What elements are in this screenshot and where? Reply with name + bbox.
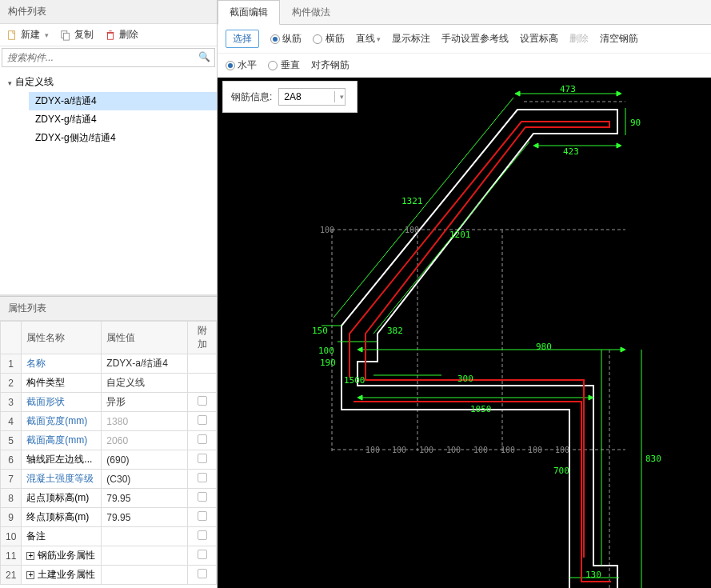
col-name: 属性名称 [22, 322, 102, 354]
delete-label: 删除 [119, 28, 138, 42]
rebar-info-label: 钢筋信息: [231, 90, 272, 104]
dim-label: 1321 [401, 196, 423, 206]
svg-rect-0 [9, 30, 15, 39]
panel-title-components: 构件列表 [0, 0, 217, 24]
dim-label: 130 [585, 570, 601, 580]
copy-button[interactable]: 复制 [60, 28, 94, 42]
tab-section-edit[interactable]: 截面编辑 [218, 0, 280, 25]
tree-root[interactable]: 自定义线 [0, 72, 217, 92]
check-icon[interactable] [198, 434, 207, 444]
check-icon[interactable] [198, 454, 207, 463]
dim-label: 473 [560, 84, 576, 94]
property-row[interactable]: 6轴线距左边线...(690) [1, 450, 217, 470]
grid-label: 100 [392, 446, 406, 454]
dim-label: 300 [457, 374, 473, 384]
grid-label: 100 [555, 446, 569, 454]
property-row[interactable]: 21+土建业务属性 [1, 566, 217, 585]
check-icon[interactable] [198, 550, 207, 559]
property-row[interactable]: 4截面宽度(mm)1380 [1, 412, 217, 431]
copy-icon [60, 30, 71, 41]
tree-item[interactable]: ZDYX-g/结通4 [29, 110, 217, 129]
check-icon[interactable] [198, 511, 207, 521]
delete-rebar-button: 删除 [569, 32, 589, 46]
copy-label: 复制 [74, 28, 94, 42]
dim-label: 190 [320, 358, 336, 368]
check-icon[interactable] [198, 530, 207, 540]
dim-label: 1500 [344, 375, 365, 386]
dim-label: 1050 [470, 404, 492, 414]
dim-label: 90 [630, 118, 641, 128]
cad-drawing [218, 78, 711, 588]
grid-label: 100 [405, 226, 419, 234]
check-icon[interactable] [198, 415, 207, 425]
dim-label: 382 [387, 326, 403, 336]
dim-label: 100 [318, 346, 334, 356]
col-value: 属性值 [102, 322, 188, 354]
grid-label: 100 [320, 226, 334, 234]
radio-horiz[interactable]: 水平 [226, 58, 257, 72]
grid-label: 100 [365, 446, 380, 454]
property-row[interactable]: 7混凝土强度等级(C30) [1, 470, 217, 489]
radio-vert[interactable]: 垂直 [268, 58, 299, 72]
dim-label: 150 [312, 326, 328, 336]
component-tree: 自定义线 ZDYX-a/结通4 ZDYX-g/结通4 ZDYX-g侧边/结通4 [0, 69, 217, 150]
delete-button[interactable]: 删除 [105, 28, 138, 42]
property-row[interactable]: 10备注 [1, 527, 217, 546]
rebar-info-dropdown-icon[interactable]: ▾ [334, 91, 349, 102]
col-extra: 附加 [188, 322, 217, 354]
check-icon[interactable] [198, 396, 207, 406]
dim-label: 830 [645, 454, 661, 464]
clear-rebar-button[interactable]: 清空钢筋 [600, 32, 638, 46]
delete-icon [105, 30, 116, 41]
tree-item[interactable]: ZDYX-a/结通4 [29, 92, 217, 110]
property-row[interactable]: 3截面形状异形 [1, 393, 217, 412]
panel-title-props: 属性列表 [0, 297, 217, 321]
grid-label: 100 [473, 446, 488, 454]
grid-label: 100 [419, 446, 433, 454]
search-input[interactable] [2, 48, 215, 67]
property-row[interactable]: 5截面高度(mm)2060 [1, 431, 217, 450]
search-icon[interactable]: 🔍 [198, 51, 210, 62]
dim-label: 700 [553, 466, 569, 476]
property-row[interactable]: 11+钢筋业务属性 [1, 546, 217, 566]
set-height-button[interactable]: 设置标高 [520, 32, 558, 46]
new-button[interactable]: 新建 [6, 28, 49, 42]
dim-label: 1201 [449, 230, 471, 240]
tab-component-method[interactable]: 构件做法 [280, 0, 342, 24]
svg-line-14 [334, 98, 513, 318]
line-button[interactable]: 直线 [356, 32, 381, 46]
dim-label: 423 [563, 146, 579, 157]
radio-vbar[interactable]: 纵筋 [270, 32, 302, 46]
manual-ref-button[interactable]: 手动设置参考线 [441, 32, 509, 46]
property-row[interactable]: 2构件类型自定义线 [1, 374, 217, 393]
svg-rect-3 [108, 33, 114, 39]
new-label: 新建 [21, 28, 40, 42]
radio-hbar[interactable]: 横筋 [313, 32, 344, 46]
property-row[interactable]: 8起点顶标高(m)79.95 [1, 489, 217, 508]
select-button[interactable]: 选择 [226, 30, 259, 48]
dim-label: 980 [536, 342, 552, 352]
align-rebar-button[interactable]: 对齐钢筋 [311, 58, 350, 72]
property-row[interactable]: 1名称ZDYX-a/结通4 [1, 354, 217, 374]
new-doc-icon [6, 30, 18, 41]
property-table: 属性名称 属性值 附加 1名称ZDYX-a/结通42构件类型自定义线3截面形状异… [0, 321, 217, 585]
labels-button[interactable]: 显示标注 [392, 32, 430, 46]
grid-label: 100 [528, 446, 542, 454]
tree-item[interactable]: ZDYX-g侧边/结通4 [29, 129, 217, 147]
check-icon[interactable] [198, 473, 207, 482]
grid-label: 100 [446, 446, 461, 454]
check-icon[interactable] [198, 492, 207, 502]
svg-rect-2 [63, 33, 69, 40]
grid-label: 100 [501, 446, 515, 454]
cad-canvas[interactable]: 钢筋信息: ▾ [218, 78, 711, 588]
check-icon[interactable] [198, 569, 207, 578]
property-row[interactable]: 9终点顶标高(m)79.95 [1, 508, 217, 527]
